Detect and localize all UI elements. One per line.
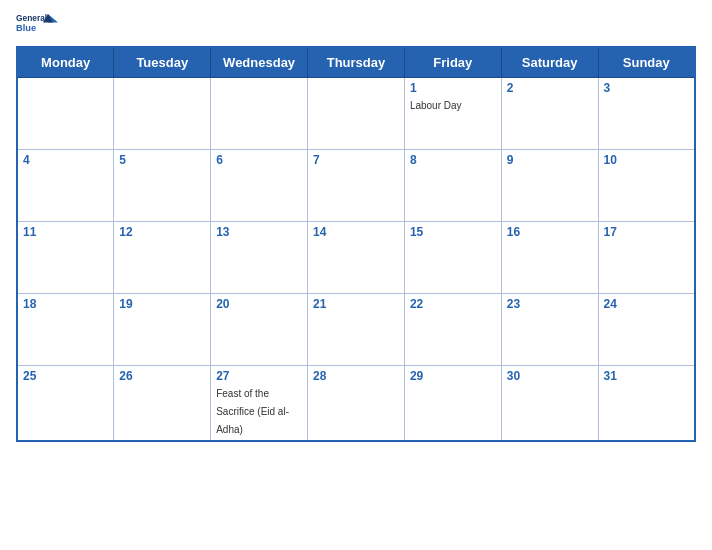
week-row-1: 1Labour Day23 [17,78,695,150]
weekday-header-monday: Monday [17,47,114,78]
day-number: 1 [410,81,496,95]
week-row-3: 11121314151617 [17,222,695,294]
day-number: 3 [604,81,689,95]
calendar-page: General Blue MondayTuesdayWednesdayThurs… [0,0,712,550]
calendar-cell: 31 [598,366,695,442]
calendar-cell: 25 [17,366,114,442]
day-number: 14 [313,225,399,239]
day-number: 8 [410,153,496,167]
weekday-header-friday: Friday [404,47,501,78]
day-number: 5 [119,153,205,167]
calendar-cell: 17 [598,222,695,294]
calendar-cell: 1Labour Day [404,78,501,150]
day-number: 9 [507,153,593,167]
day-number: 11 [23,225,108,239]
calendar-cell: 5 [114,150,211,222]
calendar-cell: 22 [404,294,501,366]
calendar-cell: 24 [598,294,695,366]
calendar-cell: 6 [211,150,308,222]
calendar-cell: 30 [501,366,598,442]
day-number: 13 [216,225,302,239]
day-number: 18 [23,297,108,311]
calendar-cell [17,78,114,150]
weekday-header-wednesday: Wednesday [211,47,308,78]
calendar-cell: 15 [404,222,501,294]
calendar-table: MondayTuesdayWednesdayThursdayFridaySatu… [16,46,696,442]
week-row-2: 45678910 [17,150,695,222]
logo: General Blue [16,10,58,40]
calendar-cell: 12 [114,222,211,294]
calendar-cell: 13 [211,222,308,294]
day-number: 17 [604,225,689,239]
day-number: 22 [410,297,496,311]
weekday-header-thursday: Thursday [308,47,405,78]
logo-icon: General Blue [16,10,58,40]
calendar-cell: 10 [598,150,695,222]
calendar-cell: 23 [501,294,598,366]
calendar-cell [308,78,405,150]
day-number: 27 [216,369,302,383]
day-number: 24 [604,297,689,311]
calendar-cell [114,78,211,150]
calendar-cell: 16 [501,222,598,294]
day-number: 28 [313,369,399,383]
day-number: 6 [216,153,302,167]
calendar-cell: 7 [308,150,405,222]
day-number: 26 [119,369,205,383]
calendar-cell: 27Feast of the Sacrifice (Eid al-Adha) [211,366,308,442]
calendar-cell: 2 [501,78,598,150]
day-number: 7 [313,153,399,167]
calendar-cell: 21 [308,294,405,366]
day-number: 2 [507,81,593,95]
calendar-cell: 20 [211,294,308,366]
day-number: 19 [119,297,205,311]
svg-text:General: General [16,13,47,23]
weekday-header-sunday: Sunday [598,47,695,78]
day-number: 23 [507,297,593,311]
day-number: 25 [23,369,108,383]
day-number: 20 [216,297,302,311]
calendar-cell: 11 [17,222,114,294]
calendar-cell: 9 [501,150,598,222]
header: General Blue [16,10,696,40]
holiday-name: Feast of the Sacrifice (Eid al-Adha) [216,388,289,435]
day-number: 4 [23,153,108,167]
calendar-cell: 4 [17,150,114,222]
calendar-cell: 28 [308,366,405,442]
svg-text:Blue: Blue [16,23,36,33]
day-number: 30 [507,369,593,383]
day-number: 12 [119,225,205,239]
calendar-cell: 26 [114,366,211,442]
weekday-header-row: MondayTuesdayWednesdayThursdayFridaySatu… [17,47,695,78]
holiday-name: Labour Day [410,100,462,111]
day-number: 31 [604,369,689,383]
week-row-4: 18192021222324 [17,294,695,366]
week-row-5: 252627Feast of the Sacrifice (Eid al-Adh… [17,366,695,442]
day-number: 21 [313,297,399,311]
weekday-header-tuesday: Tuesday [114,47,211,78]
calendar-cell: 3 [598,78,695,150]
calendar-cell: 8 [404,150,501,222]
day-number: 16 [507,225,593,239]
day-number: 15 [410,225,496,239]
calendar-cell: 18 [17,294,114,366]
weekday-header-saturday: Saturday [501,47,598,78]
calendar-cell [211,78,308,150]
day-number: 29 [410,369,496,383]
day-number: 10 [604,153,689,167]
calendar-cell: 14 [308,222,405,294]
calendar-cell: 29 [404,366,501,442]
calendar-cell: 19 [114,294,211,366]
